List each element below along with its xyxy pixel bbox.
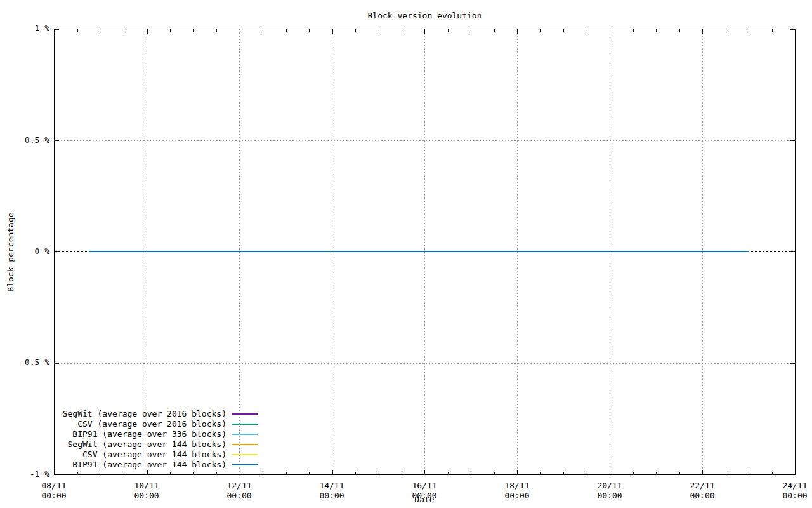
x-tick-date: 16/11 <box>399 481 450 491</box>
legend-line-sample <box>232 454 258 455</box>
legend-entry-bip91-336: BIP91 (average over 336 blocks) <box>55 429 226 439</box>
y-tick-label-0.5pct: 0.5 % <box>0 135 49 145</box>
x-tick-time: 00:00 <box>121 491 172 501</box>
x-tick-date: 10/11 <box>121 481 172 491</box>
x-tick-time: 00:00 <box>584 491 635 501</box>
legend-label: BIP91 (average over 336 blocks) <box>72 429 226 439</box>
y-tick-label-neg0.5pct: -0.5 % <box>0 358 49 368</box>
x-tick-label-14-11: 14/11 00:00 <box>306 481 357 501</box>
legend-entry-bip91-144: BIP91 (average over 144 blocks) <box>55 460 226 470</box>
x-tick-label-24-11: 24/11 00:00 <box>769 481 812 501</box>
legend-line-sample <box>232 424 258 425</box>
plot-area: SegWit (average over 2016 blocks) CSV (a… <box>54 29 796 475</box>
legend-label: CSV (average over 2016 blocks) <box>77 419 226 429</box>
x-tick-label-22-11: 22/11 00:00 <box>677 481 728 501</box>
x-tick-date: 08/11 <box>29 481 79 491</box>
legend-label: SegWit (average over 144 blocks) <box>68 439 226 449</box>
legend-entry-segwit-144: SegWit (average over 144 blocks) <box>55 439 226 450</box>
chart-title: Block version evolution <box>54 11 796 20</box>
legend-line-sample <box>232 464 258 465</box>
x-tick-time: 00:00 <box>29 491 79 501</box>
x-tick-time: 00:00 <box>677 491 728 501</box>
x-tick-time: 00:00 <box>306 491 357 501</box>
x-tick-date: 14/11 <box>306 481 357 491</box>
chart-canvas: Block version evolution SegWit (average … <box>0 0 812 508</box>
x-tick-date: 24/11 <box>769 481 812 491</box>
legend-line-sample <box>232 444 258 445</box>
legend: SegWit (average over 2016 blocks) CSV (a… <box>55 409 226 470</box>
x-tick-time: 00:00 <box>769 491 812 501</box>
x-tick-date: 18/11 <box>492 481 542 491</box>
x-tick-date: 20/11 <box>584 481 635 491</box>
x-major-ticks-bottom <box>55 470 795 474</box>
x-tick-date: 12/11 <box>214 481 265 491</box>
legend-label: SegWit (average over 2016 blocks) <box>63 409 226 418</box>
data-line-0pct <box>89 251 749 252</box>
legend-line-sample <box>232 434 258 435</box>
x-major-ticks-top <box>55 29 795 34</box>
y-tick-label-neg1pct: -1 % <box>0 469 49 479</box>
legend-label: CSV (average over 144 blocks) <box>82 450 226 459</box>
x-tick-label-18-11: 18/11 00:00 <box>492 481 542 501</box>
x-tick-time: 00:00 <box>492 491 542 501</box>
x-tick-label-12-11: 12/11 00:00 <box>214 481 265 501</box>
x-tick-time: 00:00 <box>214 491 265 501</box>
x-tick-label-10-11: 10/11 00:00 <box>121 481 172 501</box>
x-axis-title: Date <box>399 495 450 504</box>
legend-entry-segwit-2016: SegWit (average over 2016 blocks) <box>55 409 226 419</box>
x-tick-date: 22/11 <box>677 481 728 491</box>
x-tick-label-08-11: 08/11 00:00 <box>29 481 79 501</box>
y-major-ticks-left <box>55 29 59 474</box>
legend-entry-csv-144: CSV (average over 144 blocks) <box>55 450 226 460</box>
x-tick-label-20-11: 20/11 00:00 <box>584 481 635 501</box>
y-major-ticks-right <box>790 29 795 474</box>
y-tick-label-1pct: 1 % <box>0 23 49 34</box>
legend-line-sample <box>232 413 258 415</box>
legend-label: BIP91 (average over 144 blocks) <box>72 460 226 469</box>
y-axis-title: Block percentage <box>6 206 16 298</box>
legend-entry-csv-2016: CSV (average over 2016 blocks) <box>55 419 226 429</box>
